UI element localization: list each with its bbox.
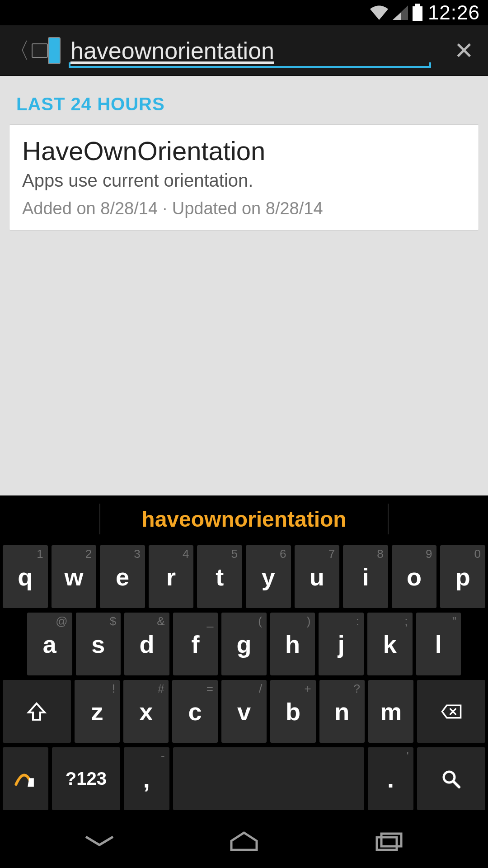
content-area: LAST 24 HOURS HaveOwnOrientation Apps us…	[0, 76, 488, 495]
wifi-icon	[369, 5, 389, 21]
key-label: e	[116, 563, 129, 591]
key-alt: 2	[85, 547, 92, 561]
key-g[interactable]: (g	[221, 613, 267, 675]
svg-rect-1	[415, 4, 420, 6]
suggestion-word[interactable]: haveownorientation	[141, 507, 346, 532]
key-b[interactable]: +b	[270, 680, 315, 743]
nav-back-button[interactable]	[63, 826, 136, 857]
key-alt: 5	[231, 547, 238, 561]
search-input[interactable]	[69, 34, 431, 67]
search-key[interactable]	[417, 747, 485, 810]
status-bar: 12:26	[0, 0, 488, 25]
signal-icon	[392, 5, 409, 21]
clear-search-button[interactable]: ✕	[448, 35, 480, 66]
key-m[interactable]: m	[368, 680, 413, 743]
nav-recent-button[interactable]	[352, 826, 425, 857]
key-label: n	[334, 698, 349, 726]
key-z[interactable]: !z	[75, 680, 120, 743]
key-label: i	[362, 563, 369, 591]
backspace-key[interactable]	[417, 680, 485, 743]
divider	[388, 504, 389, 534]
key-alt: (	[258, 614, 262, 628]
keyboard: haveownorientation 1q2w3e4r5t6y7u8i9o0p …	[0, 495, 488, 815]
nav-home-button[interactable]	[208, 826, 280, 857]
result-card[interactable]: HaveOwnOrientation Apps use current orie…	[9, 124, 479, 231]
key-label: y	[262, 563, 275, 591]
key-alt: #	[158, 682, 164, 696]
key-r[interactable]: 4r	[149, 545, 194, 608]
key-alt: =	[206, 682, 213, 696]
comma-key[interactable]: -,	[124, 747, 169, 810]
key-label: a	[43, 630, 56, 658]
section-label: LAST 24 HOURS	[16, 94, 472, 114]
backspace-icon	[441, 701, 462, 722]
swype-key[interactable]	[3, 747, 48, 810]
space-key[interactable]	[173, 747, 364, 810]
key-j[interactable]: :j	[319, 613, 364, 675]
key-label: r	[166, 563, 176, 591]
key-label: k	[383, 630, 397, 658]
key-alt: 1	[37, 547, 43, 561]
battery-icon	[412, 4, 423, 22]
key-s[interactable]: $s	[76, 613, 121, 675]
key-label: f	[191, 630, 199, 658]
key-x[interactable]: #x	[123, 680, 169, 743]
result-title: HaveOwnOrientation	[22, 136, 466, 166]
key-label: h	[285, 630, 300, 658]
chevron-down-icon	[81, 832, 117, 850]
symbols-key[interactable]: ?123	[52, 747, 120, 810]
key-v[interactable]: /v	[221, 680, 267, 743]
action-bar: 〈 ✕	[0, 25, 488, 76]
key-q[interactable]: 1q	[3, 545, 48, 608]
search-field-wrap	[69, 33, 431, 69]
shift-icon	[26, 701, 47, 722]
svg-rect-6	[377, 837, 397, 850]
key-k[interactable]: ;k	[367, 613, 413, 675]
key-label: z	[91, 698, 103, 726]
key-l[interactable]: "l	[416, 613, 461, 675]
period-key[interactable]: '.	[368, 747, 413, 810]
key-label: s	[91, 630, 105, 658]
key-alt: $	[110, 614, 116, 628]
key-p[interactable]: 0p	[440, 545, 485, 608]
key-y[interactable]: 6y	[246, 545, 291, 608]
key-alt: "	[452, 614, 456, 628]
key-label: w	[64, 563, 83, 591]
status-icons	[369, 4, 423, 22]
key-alt: _	[207, 614, 213, 628]
keyboard-row-1: 1q2w3e4r5t6y7u8i9o0p	[3, 545, 485, 608]
key-label: o	[407, 563, 422, 591]
key-label: j	[338, 630, 345, 658]
shift-key[interactable]	[3, 680, 71, 743]
svg-rect-0	[413, 6, 422, 21]
key-a[interactable]: @a	[27, 613, 72, 675]
key-alt: 6	[280, 547, 286, 561]
key-label: g	[237, 630, 252, 658]
recent-apps-icon	[371, 830, 407, 853]
key-label: l	[435, 630, 442, 658]
status-clock: 12:26	[428, 1, 480, 24]
key-alt: ;	[404, 614, 408, 628]
key-h[interactable]: )h	[270, 613, 315, 675]
key-label: d	[139, 630, 154, 658]
key-c[interactable]: =c	[172, 680, 217, 743]
key-label: u	[310, 563, 324, 591]
key-e[interactable]: 3e	[100, 545, 145, 608]
key-f[interactable]: _f	[173, 613, 218, 675]
swype-icon	[14, 768, 36, 790]
key-w[interactable]: 2w	[52, 545, 97, 608]
key-label: t	[216, 563, 224, 591]
back-button[interactable]: 〈	[8, 36, 61, 65]
key-alt: 0	[474, 547, 480, 561]
key-t[interactable]: 5t	[197, 545, 242, 608]
key-u[interactable]: 7u	[295, 545, 340, 608]
key-label: m	[380, 698, 402, 726]
key-o[interactable]: 9o	[392, 545, 437, 608]
key-i[interactable]: 8i	[343, 545, 388, 608]
home-icon	[226, 830, 262, 853]
key-alt: &	[157, 614, 164, 628]
key-d[interactable]: &d	[124, 613, 169, 675]
key-n[interactable]: ?n	[319, 680, 365, 743]
chevron-left-icon: 〈	[8, 36, 30, 65]
keyboard-rows: 1q2w3e4r5t6y7u8i9o0p @a$s&d_f(g)h:j;k"l …	[0, 542, 488, 815]
